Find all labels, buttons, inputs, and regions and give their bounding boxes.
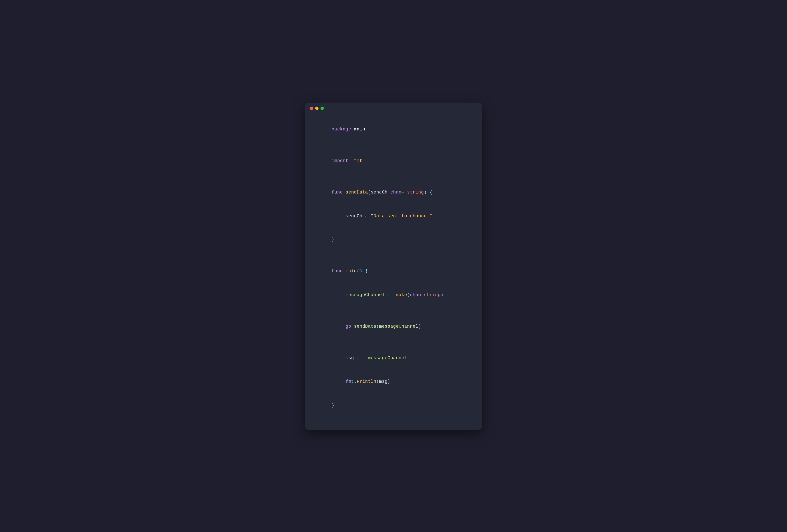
func-name-senddata: sendData	[345, 190, 368, 195]
paren-open-5: (	[376, 379, 379, 384]
type-string-2: string	[424, 292, 441, 297]
line-func-senddata-body: sendCh ← "Data sent to channel"	[315, 204, 472, 228]
send-arrow: ←	[365, 214, 368, 219]
line-func-main-def: func main() {	[315, 260, 472, 283]
brace-close: }	[332, 237, 335, 242]
blank-line-2	[315, 173, 472, 181]
call-senddata: sendData	[354, 324, 376, 329]
paren-close-3: )	[441, 292, 444, 297]
paren-close: )	[424, 190, 427, 195]
assign-op: :=	[387, 292, 393, 297]
paren-open: (	[368, 190, 371, 195]
import-path: "fmt"	[351, 158, 365, 163]
line-package: package main	[315, 118, 472, 141]
var-sendch: sendCh	[345, 214, 362, 219]
keyword-package: package	[332, 127, 351, 132]
line-make-channel: messageChannel := make(chan string)	[315, 283, 472, 307]
line-func-main-close: }	[315, 394, 472, 417]
keyword-chan-2: chan	[410, 292, 421, 297]
arrow-left: ←	[402, 190, 404, 195]
var-msg: msg	[345, 355, 354, 361]
method-println: Println	[357, 379, 377, 384]
code-editor: package main import "fmt" func sendData(…	[305, 114, 482, 421]
param-sendch: sendCh	[371, 190, 387, 195]
close-button[interactable]	[310, 107, 313, 110]
keyword-go: go	[345, 324, 351, 329]
var-messagechannel-2: messageChannel	[368, 355, 407, 361]
keyword-func-2: func	[332, 269, 343, 274]
paren-close-5: )	[387, 379, 390, 384]
maximize-button[interactable]	[321, 107, 324, 110]
blank-line-5	[315, 338, 472, 347]
builtin-make: make	[396, 292, 407, 297]
blank-line-4	[315, 307, 472, 315]
paren-open-3: (	[407, 292, 410, 297]
paren-open-4: (	[376, 324, 379, 329]
arg-messagechannel: messageChannel	[379, 324, 418, 329]
brace-open: {	[429, 190, 432, 195]
brace-open-2: {	[365, 269, 368, 274]
line-import: import "fmt"	[315, 149, 472, 173]
string-literal: "Data sent to channel"	[371, 214, 432, 219]
blank-line-3	[315, 252, 472, 260]
func-name-main: main	[345, 269, 357, 274]
dot-accessor: .	[354, 379, 357, 384]
blank-line-1	[315, 141, 472, 149]
brace-close-2: }	[332, 403, 335, 408]
keyword-chan: chan	[390, 190, 402, 195]
pkg-fmt: fmt	[345, 379, 354, 384]
assign-op-2: :=	[357, 355, 362, 361]
line-func-senddata-def: func sendData(sendCh chan← string) {	[315, 181, 472, 204]
line-func-senddata-close: }	[315, 228, 472, 252]
line-println: fmt.Println(msg)	[315, 370, 472, 394]
code-window: package main import "fmt" func sendData(…	[305, 103, 482, 429]
line-go-senddata: go sendData(messageChannel)	[315, 315, 472, 338]
line-recv-channel: msg := ←messageChannel	[315, 346, 472, 370]
type-string: string	[407, 190, 424, 195]
recv-arrow: ←	[365, 355, 368, 361]
paren-open-2: ()	[357, 269, 362, 274]
titlebar	[305, 103, 482, 114]
var-messagechannel: messageChannel	[345, 292, 385, 297]
keyword-import: import	[332, 158, 348, 163]
paren-close-4: )	[418, 324, 421, 329]
keyword-func: func	[332, 190, 343, 195]
minimize-button[interactable]	[315, 107, 318, 110]
arg-msg: msg	[379, 379, 387, 384]
